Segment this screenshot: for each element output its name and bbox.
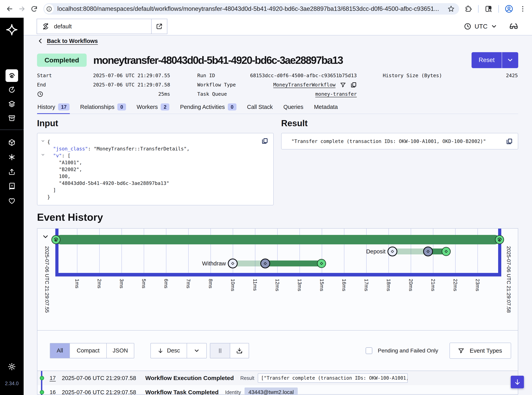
tab-label: Queries — [283, 104, 303, 110]
sort-desc-button[interactable]: Desc — [151, 343, 187, 358]
timezone-label: UTC — [475, 23, 488, 30]
activity-scheduled-segment[interactable] — [392, 248, 428, 254]
event-status-dot — [40, 390, 44, 395]
browser-back-button[interactable] — [4, 3, 16, 15]
cube-icon — [8, 139, 16, 146]
sidebar-item-namespaces[interactable] — [5, 136, 18, 149]
workflow-execution-bar[interactable] — [56, 235, 499, 244]
sidebar: 2.34.0 — [0, 18, 24, 395]
workflow-end-node[interactable] — [495, 235, 504, 244]
view-mode-all[interactable]: All — [50, 343, 70, 358]
event-attr-label: Identity — [225, 390, 241, 395]
activity-started-node[interactable] — [423, 247, 433, 256]
event-row[interactable]: 172025-07-06 UTC 21:29:07.58Workflow Exe… — [37, 371, 518, 385]
sidebar-item-archive[interactable] — [5, 112, 18, 124]
code-line: "B2002", — [37, 166, 273, 173]
namespace-select[interactable]: default — [37, 19, 152, 34]
menu-kebab-icon[interactable] — [519, 5, 527, 13]
activity-running-segment[interactable] — [265, 261, 322, 266]
meta-value[interactable]: money-transfer — [315, 91, 357, 97]
event-types-button[interactable]: Event Types — [450, 343, 511, 359]
view-mode-json[interactable]: JSON — [106, 343, 134, 358]
browser-reload-button[interactable] — [28, 3, 40, 15]
temporal-logo[interactable] — [6, 24, 17, 35]
book-icon — [8, 182, 16, 190]
tick-label: 13ms — [297, 279, 302, 291]
layers-icon — [8, 100, 16, 108]
url-text[interactable]: localhost:8080/namespaces/default/workfl… — [57, 5, 447, 12]
tick-label: 5ms — [141, 279, 147, 288]
sidebar-item-import[interactable] — [5, 165, 18, 178]
tab-queries[interactable]: Queries — [283, 101, 304, 114]
collapse-chevron-icon[interactable] — [41, 153, 45, 157]
url-bar[interactable]: localhost:8080/namespaces/default/workfl… — [43, 3, 459, 15]
filter-icon[interactable] — [340, 82, 346, 88]
tab-workers[interactable]: Workers2 — [136, 101, 170, 114]
tab-count-badge: 0 — [228, 103, 236, 110]
tab-relationships[interactable]: Relationships0 — [80, 101, 126, 114]
reset-dropdown-button[interactable] — [502, 52, 518, 68]
collapse-chevron-icon[interactable] — [41, 139, 45, 143]
timeline-start-date: 2025-07-06 UTC 21:29:07.55 — [44, 246, 50, 313]
tab-pending-activities[interactable]: Pending Activities0 — [180, 101, 237, 114]
meta-value[interactable]: MoneyTransferWorkflow — [273, 82, 335, 88]
sidebar-item-schedules[interactable] — [5, 83, 18, 96]
bookmark-star-icon[interactable] — [447, 5, 455, 13]
extensions-icon[interactable] — [465, 5, 472, 13]
tab-history[interactable]: History17 — [37, 101, 70, 114]
pause-button[interactable] — [210, 343, 230, 358]
activity-label: Deposit — [324, 248, 385, 255]
side-panel-search-icon[interactable] — [485, 5, 492, 13]
activity-started-node[interactable] — [260, 258, 270, 268]
sidebar-item-deployments[interactable] — [5, 98, 18, 110]
back-to-workflows-link[interactable]: Back to Workflows — [47, 38, 98, 44]
copy-icon[interactable] — [351, 82, 357, 88]
sidebar-item-feedback[interactable] — [5, 195, 18, 207]
namespace-external-link-button[interactable] — [152, 19, 167, 34]
code-line: "A1001", — [37, 159, 273, 166]
activity-completed-node[interactable] — [442, 247, 451, 256]
sort-dropdown-button[interactable] — [187, 343, 206, 358]
labs-glasses-icon[interactable] — [509, 22, 518, 31]
download-button[interactable] — [230, 343, 249, 358]
expand-chevron-icon[interactable] — [42, 233, 49, 241]
tab-metadata[interactable]: Metadata — [314, 101, 338, 114]
reset-button[interactable]: Reset — [472, 52, 502, 68]
activity-scheduled-node[interactable] — [228, 258, 238, 268]
tick-label: 7ms — [186, 279, 191, 288]
tab-label: Workers — [137, 104, 158, 110]
chevron-down-icon — [491, 23, 497, 30]
activity-scheduled-node[interactable] — [388, 247, 397, 256]
input-heading: Input — [37, 118, 274, 128]
upload-icon — [8, 168, 16, 176]
copy-input-icon[interactable] — [262, 138, 268, 144]
event-name: Workflow Execution Completed — [145, 375, 234, 381]
workflow-start-node[interactable] — [51, 235, 60, 244]
event-row[interactable]: 162025-07-06 UTC 21:29:07.58Workflow Tas… — [37, 385, 518, 395]
scroll-to-bottom-button[interactable] — [511, 376, 524, 388]
pending-failed-checkbox[interactable] — [366, 347, 372, 354]
code-line: 100, — [37, 173, 273, 180]
pending-failed-label: Pending and Failed Only — [378, 348, 438, 354]
tab-label: Relationships — [80, 104, 114, 110]
site-info-icon[interactable] — [44, 4, 54, 14]
event-id-link[interactable]: 17 — [50, 375, 60, 381]
timeline-chart[interactable]: 1ms2ms3ms5ms6ms7ms8ms10ms11ms12ms13ms15m… — [37, 229, 518, 330]
result-value: "Transfer complete (transaction IDs: OKW… — [282, 138, 486, 144]
activity-completed-node[interactable] — [317, 259, 326, 268]
sidebar-item-workflows[interactable] — [5, 69, 18, 82]
tick-label: 17ms — [363, 279, 369, 291]
profile-icon[interactable] — [505, 5, 513, 13]
copy-result-icon[interactable] — [506, 138, 513, 145]
theme-toggle-sun-icon[interactable] — [8, 362, 16, 371]
sidebar-item-nexus[interactable] — [5, 151, 18, 164]
event-id-link[interactable]: 16 — [50, 389, 60, 395]
view-mode-compact[interactable]: Compact — [70, 343, 106, 358]
timezone-select[interactable]: UTC — [464, 23, 497, 30]
event-attr-label: Result — [240, 375, 254, 381]
browser-forward-button[interactable] — [16, 3, 28, 15]
tick-label: 6ms — [163, 279, 169, 288]
sidebar-item-docs[interactable] — [5, 180, 18, 192]
tab-call-stack[interactable]: Call Stack — [247, 101, 273, 114]
event-attr-chip: ["Transfer complete (transaction IDs: OK… — [258, 373, 408, 383]
